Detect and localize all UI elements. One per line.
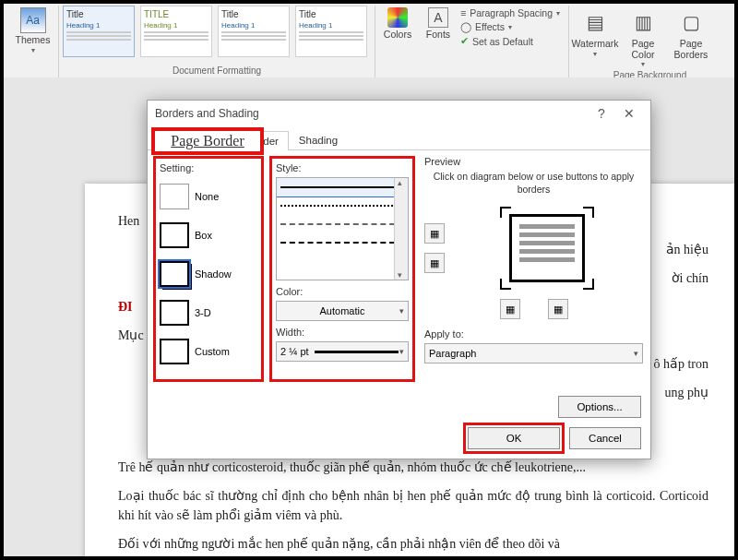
chevron-down-icon: ▾ — [399, 306, 404, 316]
style-list[interactable] — [276, 177, 409, 280]
help-button[interactable]: ? — [588, 106, 615, 121]
tab-shading[interactable]: Shading — [289, 130, 348, 149]
chevron-down-icon: ▾ — [634, 349, 638, 358]
setting-none-icon — [160, 184, 189, 209]
setting-shadow[interactable]: Shadow — [160, 255, 257, 293]
color-label: Color: — [276, 286, 409, 297]
preview-diagram[interactable] — [487, 207, 607, 290]
ok-button[interactable]: OK — [468, 427, 560, 449]
themes-icon: Aa — [20, 7, 46, 33]
width-combo[interactable]: 2 ¼ pt ▾ — [276, 341, 409, 362]
chevron-down-icon: ▾ — [593, 50, 597, 58]
setting-3d-icon — [160, 300, 189, 326]
style-scrollbar[interactable] — [394, 178, 408, 280]
paragraph-spacing-menu[interactable]: ≡ Paragraph Spacing ▾ — [460, 7, 560, 18]
chevron-down-icon: ▾ — [641, 60, 645, 68]
apply-to-label: Apply to: — [424, 328, 643, 340]
colors-button[interactable]: Colors — [379, 6, 416, 76]
watermark-icon: ▤ — [580, 7, 610, 37]
setting-box-icon — [160, 222, 189, 248]
style-panel: Style: Color: Automatic ▾ Width: 2 ¼ pt … — [269, 156, 415, 382]
chevron-down-icon: ▾ — [508, 23, 512, 31]
dialog-titlebar[interactable]: Borders and Shading ? ✕ — [148, 101, 650, 126]
setting-label: Setting: — [160, 162, 257, 173]
setting-custom[interactable]: Custom — [160, 332, 257, 371]
style-set-card[interactable]: Title Heading 1 — [295, 6, 367, 57]
setting-3d[interactable]: 3-D — [160, 293, 257, 332]
preview-hint: Click on diagram below or use buttons to… — [424, 171, 643, 196]
style-set-card[interactable]: Title Heading 1 — [63, 6, 135, 57]
themes-label: Themes — [16, 35, 51, 46]
border-top-button[interactable]: ▦ — [424, 223, 445, 244]
preview-label: Preview — [424, 156, 643, 167]
setting-none[interactable]: None — [160, 177, 257, 216]
apply-to-combo[interactable]: Paragraph ▾ — [424, 343, 643, 363]
heading-red: ĐI — [118, 300, 133, 314]
options-button[interactable]: Options... — [558, 396, 641, 418]
set-as-default-button[interactable]: ✔ Set as Default — [460, 35, 560, 47]
setting-box[interactable]: Box — [160, 216, 257, 255]
chevron-down-icon: ▾ — [31, 46, 35, 54]
check-icon: ✔ — [460, 35, 469, 47]
page-color-button[interactable]: ▥ Page Color ▾ — [621, 6, 665, 68]
cancel-button[interactable]: Cancel — [569, 427, 641, 449]
group-label-doc-formatting: Document Formatting — [63, 64, 371, 76]
colors-icon — [387, 7, 408, 28]
effects-icon: ◯ — [460, 21, 471, 32]
style-set-card[interactable]: TITLE Heading 1 — [140, 6, 212, 57]
paragraph-spacing-icon: ≡ — [460, 7, 466, 18]
preview-panel: Preview Click on diagram below or use bu… — [424, 156, 643, 412]
border-bottom-button[interactable]: ▦ — [424, 253, 445, 273]
ribbon: Aa Themes ▾ Title Heading 1 TITLE Headin… — [4, 4, 734, 77]
setting-custom-icon — [160, 339, 189, 364]
dialog-title: Borders and Shading — [155, 107, 259, 120]
setting-panel: Setting: None Box Shadow 3-D Custom — [153, 156, 264, 382]
page-borders-icon: ▢ — [676, 7, 706, 37]
chevron-down-icon: ▾ — [399, 347, 404, 356]
close-button[interactable]: ✕ — [615, 106, 643, 121]
border-right-button[interactable]: ▦ — [548, 299, 568, 319]
page-color-icon: ▥ — [628, 7, 658, 37]
setting-shadow-icon — [160, 261, 189, 287]
fonts-button[interactable]: A Fonts — [420, 6, 457, 76]
chevron-down-icon: ▾ — [556, 9, 560, 18]
style-label: Style: — [276, 162, 409, 173]
themes-button[interactable]: Aa Themes ▾ — [11, 6, 54, 76]
effects-menu[interactable]: ◯ Effects ▾ — [460, 21, 560, 32]
color-combo[interactable]: Automatic ▾ — [276, 301, 409, 321]
fonts-icon: A — [428, 7, 448, 28]
border-left-button[interactable]: ▦ — [500, 299, 520, 319]
width-label: Width: — [276, 327, 409, 338]
style-set-card[interactable]: Title Heading 1 — [218, 6, 290, 57]
watermark-button[interactable]: ▤ Watermark ▾ — [573, 6, 617, 68]
page-borders-button[interactable]: ▢ Page Borders — [669, 6, 713, 68]
page-border-tab-highlight: Page Border — [151, 127, 264, 155]
